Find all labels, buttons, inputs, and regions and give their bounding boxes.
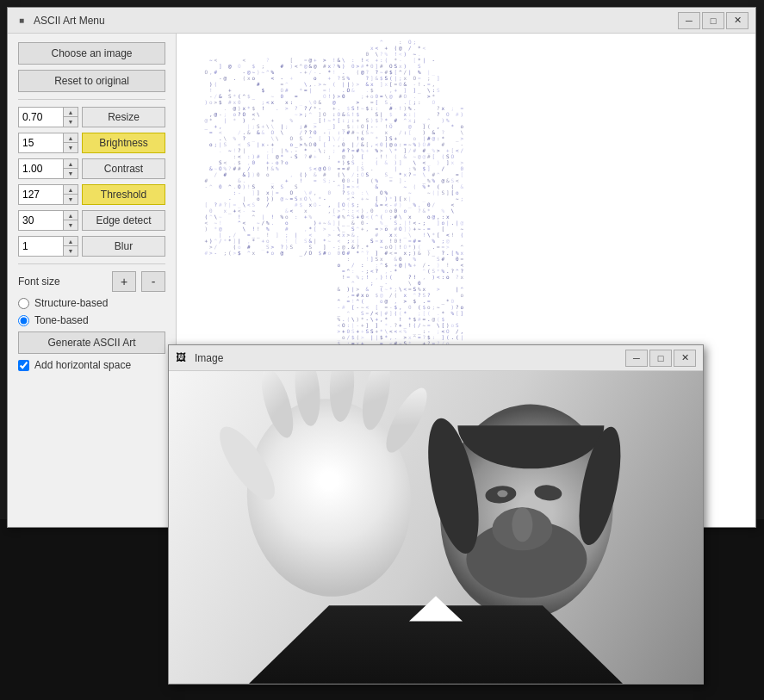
threshold-arrows: ▲ ▼ — [63, 185, 78, 204]
contrast-arrows: ▲ ▼ — [63, 159, 78, 178]
image-minimize-button[interactable]: ─ — [625, 350, 648, 367]
blur-spinbox[interactable]: ▲ ▼ — [18, 236, 78, 257]
app-title: ASCII Art Menu — [34, 15, 678, 27]
edge-down[interactable]: ▼ — [64, 220, 78, 230]
edge-detect-button[interactable]: Edge detect — [82, 210, 165, 231]
image-window: 🖼 Image ─ □ ✕ — [168, 344, 704, 685]
image-content — [169, 371, 703, 684]
image-window-icon: 🖼 — [176, 351, 189, 365]
brightness-spinbox[interactable]: ▲ ▼ — [18, 133, 78, 153]
threshold-spinbox[interactable]: ▲ ▼ — [18, 184, 78, 205]
edge-up[interactable]: ▲ — [64, 211, 78, 220]
brightness-input[interactable] — [19, 133, 63, 152]
image-close-button[interactable]: ✕ — [674, 350, 696, 367]
resize-input[interactable] — [19, 108, 63, 127]
image-title-bar: 🖼 Image ─ □ ✕ — [169, 345, 703, 371]
window-controls: ─ □ ✕ — [678, 12, 748, 29]
resize-button[interactable]: Resize — [82, 107, 165, 127]
brightness-row: ▲ ▼ Brightness — [18, 133, 165, 153]
add-horizontal-space-row: Add horizontal space — [18, 359, 165, 371]
resize-spinbox[interactable]: ▲ ▼ — [18, 107, 78, 127]
font-size-label: Font size — [18, 276, 107, 288]
blur-row: ▲ ▼ Blur — [18, 236, 165, 257]
brightness-up[interactable]: ▲ — [64, 133, 78, 143]
brightness-arrows: ▲ ▼ — [63, 133, 78, 152]
resize-up[interactable]: ▲ — [64, 108, 78, 117]
blur-down[interactable]: ▼ — [64, 246, 78, 256]
photo-canvas — [169, 371, 703, 684]
contrast-down[interactable]: ▼ — [64, 169, 78, 178]
app-icon: ■ — [15, 14, 28, 28]
contrast-row: ▲ ▼ Contrast — [18, 158, 165, 179]
font-size-row: Font size + - — [18, 271, 165, 292]
threshold-up[interactable]: ▲ — [64, 185, 78, 195]
main-title-bar: ■ ASCII Art Menu ─ □ ✕ — [8, 8, 755, 34]
maximize-button[interactable]: □ — [702, 12, 724, 29]
contrast-button[interactable]: Contrast — [82, 158, 165, 179]
threshold-button[interactable]: Threshold — [82, 184, 165, 205]
contrast-input[interactable] — [19, 159, 63, 178]
image-window-title: Image — [195, 352, 625, 364]
reset-original-button[interactable]: Reset to original — [18, 70, 165, 92]
threshold-row: ▲ ▼ Threshold — [18, 184, 165, 205]
tone-based-label[interactable]: Tone-based — [34, 314, 89, 326]
brightness-down[interactable]: ▼ — [64, 143, 78, 152]
tone-based-radio[interactable] — [18, 315, 29, 326]
blur-button[interactable]: Blur — [82, 236, 165, 257]
tone-based-row: Tone-based — [18, 314, 165, 326]
resize-row: ▲ ▼ Resize — [18, 107, 165, 127]
image-maximize-button[interactable]: □ — [649, 350, 672, 367]
minimize-button[interactable]: ─ — [678, 12, 700, 29]
image-window-controls: ─ □ ✕ — [625, 350, 696, 367]
blur-arrows: ▲ ▼ — [63, 237, 78, 256]
left-panel: Choose an image Reset to original ▲ ▼ Re… — [8, 34, 177, 527]
resize-down[interactable]: ▼ — [64, 117, 78, 127]
threshold-input[interactable] — [19, 185, 63, 204]
add-horizontal-space-checkbox[interactable] — [18, 360, 29, 371]
structure-based-row: Structure-based — [18, 297, 165, 309]
edge-arrows: ▲ ▼ — [63, 211, 78, 230]
brightness-button[interactable]: Brightness — [82, 133, 165, 153]
contrast-spinbox[interactable]: ▲ ▼ — [18, 158, 78, 179]
divider-1 — [18, 99, 165, 100]
contrast-up[interactable]: ▲ — [64, 159, 78, 169]
edge-input[interactable] — [19, 211, 63, 230]
generate-ascii-button[interactable]: Generate ASCII Art — [18, 331, 165, 354]
add-horizontal-space-label[interactable]: Add horizontal space — [34, 359, 131, 371]
structure-based-radio[interactable] — [18, 298, 29, 309]
close-button[interactable]: ✕ — [726, 12, 748, 29]
edge-spinbox[interactable]: ▲ ▼ — [18, 210, 78, 231]
choose-image-button[interactable]: Choose an image — [18, 42, 165, 65]
edge-detect-row: ▲ ▼ Edge detect — [18, 210, 165, 231]
structure-based-label[interactable]: Structure-based — [34, 297, 108, 309]
blur-up[interactable]: ▲ — [64, 237, 78, 246]
divider-2 — [18, 263, 165, 264]
blur-input[interactable] — [19, 237, 63, 256]
font-plus-button[interactable]: + — [112, 271, 136, 292]
resize-arrows: ▲ ▼ — [63, 108, 78, 127]
threshold-down[interactable]: ▼ — [64, 195, 78, 204]
font-minus-button[interactable]: - — [141, 271, 165, 292]
